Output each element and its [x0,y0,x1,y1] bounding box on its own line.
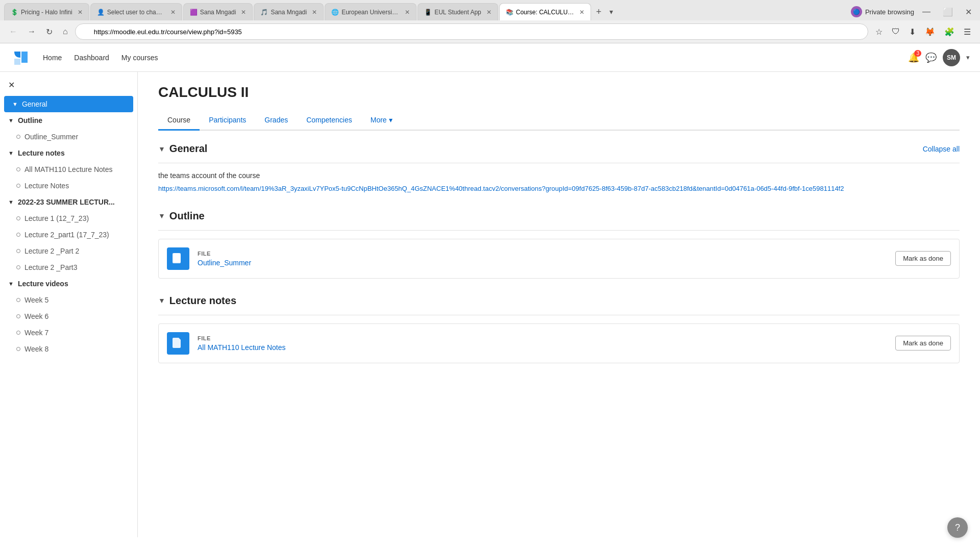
tab-close-eul-app[interactable]: ✕ [486,9,492,16]
minimize-button[interactable]: — [918,5,935,18]
tab-favicon-eul-app: 📱 [424,9,431,16]
sidebar-item-week6[interactable]: Week 6 [0,308,137,324]
sidebar-item-week5[interactable]: Week 5 [0,292,137,308]
close-button[interactable]: ✕ [961,5,976,19]
chevron-summer: ▼ [8,199,14,205]
sidebar-item-lecture1[interactable]: Lecture 1 (12_7_23) [0,210,137,227]
tab-course[interactable]: Course [158,111,200,131]
tab-close-sana2[interactable]: ✕ [312,9,317,16]
tab-sana2[interactable]: 🎵 Sana Mngadi ✕ [254,3,324,20]
reload-button[interactable]: ↻ [43,25,56,39]
header-right: 🔔 3 💬 SM ▾ [908,49,970,66]
section-general: ▼ General Collapse all the teams account… [158,143,960,194]
section-title-general: ▼ General [158,143,207,155]
shield-button[interactable]: 🛡 [889,25,903,38]
download-button[interactable]: ⬇ [906,25,919,39]
nav-home[interactable]: Home [43,54,62,62]
tab-calculus[interactable]: 📚 Course: CALCULUS II ✕ [499,3,591,20]
forward-button[interactable]: → [24,25,39,38]
firefox-account-button[interactable]: 🦊 [922,25,938,39]
tab-more[interactable]: More ▾ [361,111,402,131]
toolbar-right: ☆ 🛡 ⬇ 🦊 🧩 ☰ [872,25,974,39]
firefox-btn-wrapper: 🦊 [922,25,938,39]
collapse-all-button[interactable]: Collapse all [923,145,960,153]
sidebar-label-week8: Week 8 [24,345,48,353]
section-title-lecture-notes: ▼ Lecture notes [158,295,236,307]
sidebar-item-lecture2-part3[interactable]: Lecture 2 _Part3 [0,259,137,276]
sidebar-item-week7[interactable]: Week 7 [0,324,137,341]
circle-icon-week8 [16,347,20,351]
section-header-general: ▼ General Collapse all [158,143,960,155]
tab-select-user[interactable]: 👤 Select user to change | ✕ [90,3,182,20]
home-button[interactable]: ⌂ [60,25,71,38]
section-chevron-lecture-notes[interactable]: ▼ [158,296,165,305]
tab-list-dropdown[interactable]: ▾ [606,8,616,16]
tab-favicon-european: 🌐 [331,9,338,16]
tab-close-pricing[interactable]: ✕ [78,9,83,16]
sidebar-close-button[interactable]: ✕ [0,80,137,96]
mark-done-button-outline-summer[interactable]: Mark as done [895,251,951,266]
nav-my-courses[interactable]: My courses [121,54,158,62]
file-name-math110[interactable]: All MATH110 Lecture Notes [198,343,285,352]
section-chevron-general[interactable]: ▼ [158,145,165,153]
extension-button[interactable]: 🧩 [941,25,958,39]
circle-icon-week5 [16,298,20,302]
tab-competencies[interactable]: Competencies [297,111,361,131]
notifications-button[interactable]: 🔔 3 [908,52,919,63]
sidebar-item-lecture-videos[interactable]: ▼ Lecture videos [0,276,137,292]
tab-sana1[interactable]: 🟪 Sana Mngadi ✕ [183,3,253,20]
chevron-lecture-notes: ▼ [8,150,14,156]
tab-bar-right: 🔵 Private browsing — ⬜ ✕ [851,5,976,19]
file-name-outline-summer[interactable]: Outline_Summer [198,259,251,267]
sidebar-item-outline[interactable]: ▼ Outline [0,112,137,129]
address-input[interactable] [75,23,868,40]
sidebar-label-week5: Week 5 [24,296,48,304]
sidebar-item-week8[interactable]: Week 8 [0,341,137,357]
section-lecture-notes: ▼ Lecture notes FILE All MATH110 Lecture… [158,295,960,363]
sidebar-label-outline-summer: Outline_Summer [24,133,78,141]
sidebar-item-general[interactable]: ▼ General [4,96,133,112]
tab-european[interactable]: 🌐 European University of | ✕ [325,3,416,20]
sidebar-item-lecture-notes[interactable]: ▼ Lecture notes [0,145,137,161]
new-tab-button[interactable]: + [592,3,606,20]
tab-close-european[interactable]: ✕ [405,9,410,16]
nav-dashboard[interactable]: Dashboard [74,54,109,62]
sidebar-item-outline-summer[interactable]: Outline_Summer [0,129,137,145]
tab-title-pricing: Pricing - Halo Infini [21,9,72,16]
tab-close-select-user[interactable]: ✕ [170,9,176,16]
tab-close-calculus[interactable]: ✕ [579,9,584,16]
menu-button[interactable]: ☰ [961,25,974,39]
teams-link[interactable]: https://teams.microsoft.com/l/team/19%3a… [158,184,960,194]
tab-eul-app[interactable]: 📱 EUL Student App ✕ [418,3,498,20]
maximize-button[interactable]: ⬜ [939,5,957,19]
tab-grades[interactable]: Grades [255,111,297,131]
section-title-outline: ▼ Outline [158,210,205,222]
help-button[interactable]: ? [947,517,968,537]
sidebar-item-math110[interactable]: All MATH110 Lecture Notes [0,161,137,178]
user-menu-dropdown[interactable]: ▾ [966,54,970,61]
sidebar-item-lecture2-part1[interactable]: Lecture 2_part1 (17_7_23) [0,227,137,243]
tab-participants[interactable]: Participants [200,111,255,131]
bookmark-button[interactable]: ☆ [872,25,886,39]
logo-icon [10,47,31,68]
messages-button[interactable]: 💬 [925,52,937,63]
tab-title-calculus: Course: CALCULUS II [516,9,574,16]
user-avatar[interactable]: SM [943,49,960,66]
sidebar-item-lecture2-part2[interactable]: Lecture 2 _Part 2 [0,243,137,259]
sidebar-label-lecture-notes: Lecture notes [18,149,65,157]
tab-favicon-sana1: 🟪 [190,9,197,16]
section-chevron-outline[interactable]: ▼ [158,212,165,220]
section-title-text-outline: Outline [169,210,205,222]
tab-pricing[interactable]: 💲 Pricing - Halo Infini ✕ [4,3,89,20]
circle-icon-lecture2-part2 [16,249,20,253]
sidebar-label-lecture1: Lecture 1 (12_7_23) [24,214,89,222]
course-tabs: Course Participants Grades Competencies … [158,111,960,131]
circle-icon-lecture2-part3 [16,265,20,269]
section-outline: ▼ Outline FILE Outline_Summer [158,210,960,279]
mark-done-button-math110[interactable]: Mark as done [895,336,951,351]
sidebar-item-lecture-notes-child[interactable]: Lecture Notes [0,178,137,194]
section-description-general: the teams account of the course [158,171,960,180]
tab-close-sana1[interactable]: ✕ [241,9,246,16]
sidebar-item-summer[interactable]: ▼ 2022-23 SUMMER LECTUR... [0,194,137,210]
back-button[interactable]: ← [6,25,20,38]
